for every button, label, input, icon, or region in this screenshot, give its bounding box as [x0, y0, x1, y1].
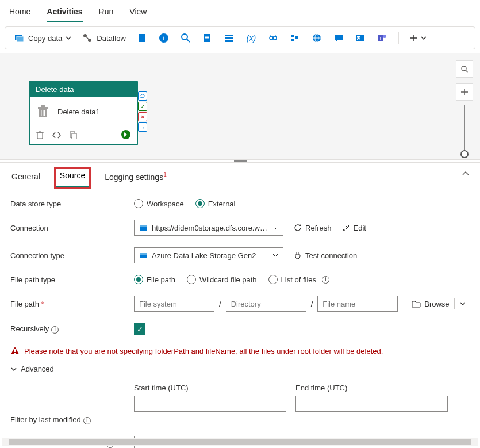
connector-loop-icon[interactable] [138, 91, 147, 101]
card-delete-icon[interactable] [36, 131, 44, 139]
plug-icon [294, 251, 302, 259]
connection-type-select[interactable]: Azure Data Lake Storage Gen2 [134, 247, 283, 263]
svg-point-7 [182, 34, 187, 40]
advanced-toggle[interactable]: Advanced [10, 365, 470, 373]
chevron-down-icon[interactable] [459, 300, 466, 307]
test-connection-button[interactable]: Test connection [294, 251, 357, 260]
source-form: Data store type Workspace External Conne… [0, 187, 480, 448]
plus-icon [409, 34, 417, 42]
svg-rect-42 [140, 253, 147, 255]
card-copy-icon[interactable] [69, 131, 78, 139]
directory-input[interactable] [226, 296, 306, 312]
dataflow-button[interactable]: Dataflow [82, 32, 126, 44]
panel-tab-general[interactable]: General [10, 170, 41, 187]
start-time-input[interactable] [134, 396, 286, 412]
svg-rect-1 [17, 36, 24, 42]
activity-card[interactable]: Delete data Delete data1 [29, 81, 138, 145]
tab-activities[interactable]: Activities [47, 5, 82, 22]
data-store-type-label: Data store type [10, 200, 134, 208]
svg-point-15 [270, 36, 273, 40]
card-header: Delete data [30, 82, 137, 97]
tab-view[interactable]: View [129, 5, 147, 22]
svg-text:(x): (x) [247, 33, 256, 43]
info-icon[interactable]: i [83, 417, 91, 424]
svg-rect-13 [225, 40, 233, 42]
radio-list-files[interactable]: List of filesi [268, 275, 329, 284]
svg-point-26 [383, 35, 386, 38]
svg-point-16 [273, 36, 277, 40]
browse-button[interactable]: Browse [412, 300, 449, 308]
radio-workspace[interactable]: Workspace [134, 199, 184, 208]
file-path-label: File path * [10, 300, 134, 308]
search-icon[interactable] [180, 32, 191, 44]
svg-rect-36 [72, 133, 76, 139]
globe-icon[interactable] [311, 32, 322, 44]
web-link-icon[interactable] [267, 32, 279, 44]
svg-rect-9 [205, 36, 209, 37]
file-system-input[interactable] [134, 296, 214, 312]
svg-rect-10 [205, 37, 209, 39]
recursively-checkbox[interactable]: ✓ [134, 323, 145, 335]
radio-wildcard[interactable]: Wildcard file path [187, 275, 257, 284]
storage-icon [139, 251, 147, 259]
edit-button[interactable]: Edit [342, 224, 366, 232]
outlook-icon[interactable]: O [355, 32, 366, 44]
copy-data-icon [13, 32, 25, 44]
panel-tab-logging[interactable]: Logging settings1 [103, 169, 168, 187]
svg-rect-4 [139, 34, 145, 42]
tab-home[interactable]: Home [9, 5, 30, 22]
copy-data-button[interactable]: Copy data [13, 32, 71, 44]
connection-select[interactable]: https://didem0storage.dfs.core.wind... [134, 220, 283, 236]
svg-rect-43 [14, 349, 16, 352]
canvas[interactable]: Delete data Delete data1 ✓ ✕ → [0, 53, 480, 159]
chevron-down-icon [272, 225, 278, 231]
end-time-input[interactable] [295, 396, 448, 412]
svg-text:T: T [379, 36, 382, 41]
error-badge: 1 [163, 171, 167, 178]
warning-text: Please note that you are not specifying … [24, 347, 383, 355]
end-time-label: End time (UTC) [295, 384, 448, 392]
chevron-down-icon [66, 35, 71, 41]
collapse-panel-icon[interactable] [462, 170, 470, 178]
radio-file-path[interactable]: File path [134, 275, 175, 284]
folder-icon [412, 300, 421, 308]
canvas-search-button[interactable] [456, 60, 473, 78]
connector-fail-icon[interactable]: ✕ [138, 112, 147, 121]
copy-data-label: Copy data [28, 34, 62, 43]
horizontal-scrollbar[interactable] [2, 438, 478, 446]
variable-icon[interactable]: (x) [245, 32, 257, 44]
chevron-down-icon [10, 366, 17, 373]
file-name-input[interactable] [317, 296, 398, 312]
info-icon[interactable]: i [158, 32, 170, 44]
svg-rect-32 [43, 110, 44, 116]
svg-rect-31 [41, 110, 42, 116]
svg-rect-44 [14, 353, 16, 354]
tab-run[interactable]: Run [99, 5, 114, 22]
info-icon[interactable]: i [322, 276, 329, 284]
toolbar: Copy data Dataflow i (x) O T [5, 26, 475, 49]
connection-value: https://didem0storage.dfs.core.wind... [152, 224, 268, 232]
notebook-icon[interactable] [136, 32, 148, 44]
chat-icon[interactable] [333, 32, 344, 44]
zoom-slider[interactable] [464, 105, 465, 155]
svg-rect-33 [44, 110, 45, 116]
connection-type-value: Azure Data Lake Storage Gen2 [152, 251, 256, 260]
card-next-icon[interactable] [121, 129, 131, 140]
add-button[interactable] [409, 34, 427, 42]
dataflow-label: Dataflow [97, 34, 126, 43]
teams-icon[interactable]: T [377, 32, 388, 44]
list-icon[interactable] [224, 32, 235, 44]
top-tabs: Home Activities Run View [0, 0, 480, 23]
card-code-icon[interactable] [52, 131, 61, 139]
connector-success-icon[interactable]: ✓ [138, 102, 147, 111]
panel-tabs: General Source Logging settings1 [0, 163, 480, 187]
refresh-button[interactable]: Refresh [294, 224, 332, 232]
info-icon[interactable]: i [51, 326, 59, 334]
script-icon[interactable] [202, 32, 213, 44]
canvas-add-button[interactable] [456, 83, 473, 101]
refresh-icon [294, 224, 302, 232]
connector-completion-icon[interactable]: → [138, 122, 147, 132]
align-icon[interactable] [289, 32, 301, 44]
radio-external[interactable]: External [195, 199, 236, 208]
panel-tab-source[interactable]: Source [55, 169, 90, 187]
